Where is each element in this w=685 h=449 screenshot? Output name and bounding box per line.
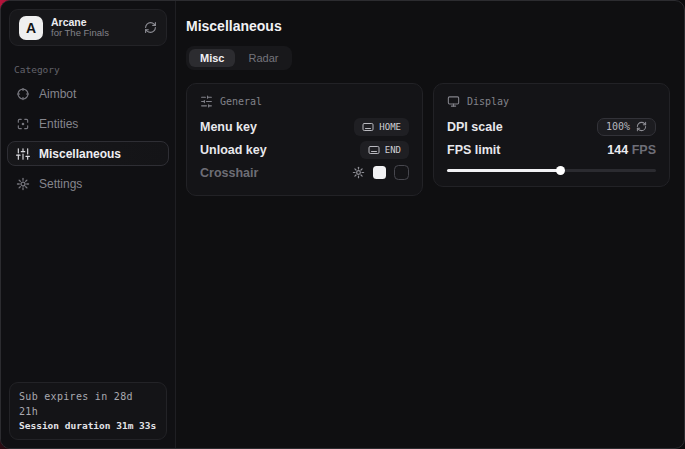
dpi-scale-value: 100% <box>606 121 630 132</box>
app-subtitle: for The Finals <box>51 28 136 39</box>
display-card-header: Display <box>447 95 656 108</box>
slider-thumb[interactable] <box>556 166 565 175</box>
general-card-title: General <box>220 96 262 107</box>
general-card-header: General <box>200 95 409 108</box>
sidebar-item-label: Aimbot <box>39 87 76 101</box>
fps-limit-slider[interactable] <box>447 166 656 175</box>
unload-key-value: END <box>385 145 401 155</box>
fps-limit-label: FPS limit <box>447 143 500 157</box>
crosshair-checkbox[interactable] <box>394 165 409 180</box>
unload-key-row: Unload key END <box>200 138 409 161</box>
menu-key-label: Menu key <box>200 120 257 134</box>
tab-radar[interactable]: Radar <box>237 49 289 67</box>
dpi-scale-label: DPI scale <box>447 120 503 134</box>
monitor-icon <box>447 95 460 108</box>
crosshair-color-swatch[interactable] <box>373 166 386 179</box>
fps-limit-value: 144 FPS <box>607 143 656 157</box>
tab-bar: Misc Radar <box>186 46 292 70</box>
scan-eye-icon <box>16 117 30 131</box>
cycle-icon <box>636 121 647 132</box>
page-title: Miscellaneous <box>186 18 670 34</box>
display-card: Display DPI scale 100% <box>433 83 670 187</box>
keyboard-icon <box>368 144 380 156</box>
sidebar-item-label: Miscellaneous <box>39 147 121 161</box>
sliders-vertical-icon <box>16 147 30 161</box>
sidebar-item-miscellaneous[interactable]: Miscellaneous <box>7 141 169 166</box>
crosshair-row: Crosshair <box>200 161 409 184</box>
sub-expires-text: Sub expires in 28d 21h <box>19 389 157 419</box>
dpi-scale-row: DPI scale 100% <box>447 115 656 138</box>
fps-limit-row: FPS limit 144 FPS <box>447 138 656 161</box>
main-content: Miscellaneous Misc Radar Gene <box>176 1 685 448</box>
sidebar-item-settings[interactable]: Settings <box>7 171 169 196</box>
session-duration-text: Session duration 31m 33s <box>19 419 157 433</box>
sidebar-item-label: Entities <box>39 117 78 131</box>
crosshair-label: Crosshair <box>200 166 258 180</box>
general-card: General Menu key HOME Unload key <box>186 83 423 196</box>
profile-text: Arcane for The Finals <box>51 16 136 39</box>
unload-key-bind-button[interactable]: END <box>360 141 409 159</box>
profile-card: A Arcane for The Finals <box>9 9 167 46</box>
fps-number: 144 <box>607 143 628 157</box>
app-window: A Arcane for The Finals Category <box>0 0 685 449</box>
sidebar-nav: Aimbot Entities <box>1 81 175 196</box>
menu-key-value: HOME <box>379 122 401 132</box>
dpi-scale-select[interactable]: 100% <box>597 118 656 136</box>
subscription-info-box: Sub expires in 28d 21h Session duration … <box>9 382 167 440</box>
menu-key-bind-button[interactable]: HOME <box>354 118 409 136</box>
unload-key-label: Unload key <box>200 143 267 157</box>
tab-misc[interactable]: Misc <box>189 49 235 67</box>
crosshair-icon <box>16 87 30 101</box>
gear-icon <box>16 177 30 191</box>
menu-key-row: Menu key HOME <box>200 115 409 138</box>
crosshair-controls <box>352 165 409 180</box>
refresh-icon[interactable] <box>144 21 157 34</box>
category-label: Category <box>14 64 175 75</box>
fps-unit: FPS <box>632 143 656 157</box>
sidebar-spacer <box>1 196 175 374</box>
crosshair-settings-gear-icon[interactable] <box>352 166 365 179</box>
sidebar-item-entities[interactable]: Entities <box>7 111 169 136</box>
avatar: A <box>19 16 43 40</box>
display-card-title: Display <box>467 96 509 107</box>
sidebar-item-aimbot[interactable]: Aimbot <box>7 81 169 106</box>
fps-slider-fill <box>447 169 560 172</box>
keyboard-icon <box>362 121 374 133</box>
sliders-horizontal-icon <box>200 95 213 108</box>
sidebar-item-label: Settings <box>39 177 82 191</box>
cards-row: General Menu key HOME Unload key <box>186 83 670 196</box>
sidebar: A Arcane for The Finals Category <box>1 1 176 448</box>
